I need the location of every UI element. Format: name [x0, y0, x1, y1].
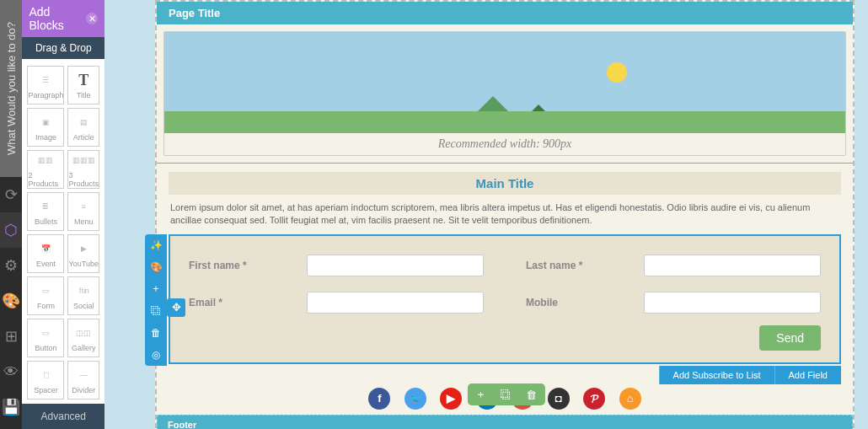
- image-icon: ▣: [42, 113, 50, 131]
- blocks-grid: ☰Paragraph TTitle ▣Image ▤Article ▥▥2 Pr…: [22, 59, 104, 404]
- menu-icon: ≡: [82, 197, 86, 216]
- page-title-bar[interactable]: Page Title: [157, 2, 853, 24]
- block-article[interactable]: ▤Article: [67, 108, 99, 147]
- send-button[interactable]: Send: [759, 325, 821, 351]
- email-label: Email *: [189, 297, 265, 308]
- page-footer[interactable]: Footer: [157, 415, 853, 429]
- facebook-icon[interactable]: f: [368, 388, 390, 410]
- tool-add-icon[interactable]: ＋: [145, 278, 167, 300]
- editor-canvas: Page Title Recommended width: 900px Main…: [104, 0, 868, 429]
- block-youtube[interactable]: ▶YouTube: [67, 234, 99, 273]
- block-bullets[interactable]: ≣Bullets: [27, 192, 64, 231]
- two-products-icon: ▥▥: [38, 151, 53, 169]
- form-block-wrapper: ✨ 🎨 ＋ ⿻ 🗑 ◎ ✥ First name * Last name * E…: [169, 234, 841, 364]
- first-name-label: First name *: [189, 260, 265, 271]
- floating-action-bar: ＋ ⿻ 🗑: [468, 383, 545, 405]
- tool-palette-icon[interactable]: 🎨: [145, 256, 167, 278]
- mobile-input[interactable]: [644, 292, 821, 314]
- send-row: Send: [189, 325, 821, 351]
- form-icon: ▭: [42, 282, 50, 300]
- block-3products[interactable]: ▥▥▥3 Products: [67, 150, 99, 189]
- block-menu[interactable]: ≡Menu: [67, 192, 99, 231]
- tool-magic-icon[interactable]: ✨: [145, 234, 167, 256]
- nav-settings-icon[interactable]: ⚙: [0, 248, 22, 283]
- calendar-icon: 📅: [41, 239, 51, 258]
- block-form[interactable]: ▭Form: [27, 276, 64, 315]
- title-icon: T: [78, 71, 88, 89]
- nav-grid-icon[interactable]: ⊞: [0, 319, 22, 354]
- help-prompt-label: What Would you like to do?: [5, 22, 18, 155]
- hero-caption: Recommended width: 900px: [164, 133, 845, 155]
- add-blocks-sidebar: Add Blocks ✕ Drag & Drop ☰Paragraph TTit…: [22, 0, 104, 429]
- block-gallery[interactable]: ◫◫Gallery: [67, 319, 99, 357]
- nav-preview-icon[interactable]: 👁: [0, 354, 22, 389]
- article-icon: ▤: [80, 113, 88, 131]
- block-spacer[interactable]: ⎕Spacer: [27, 361, 64, 400]
- tool-trash-icon[interactable]: 🗑: [145, 322, 167, 344]
- form-block[interactable]: First name * Last name * Email * Mobile …: [169, 234, 841, 364]
- form-block-actions: Add Subscribe to List Add Field: [659, 366, 841, 384]
- block-paragraph[interactable]: ☰Paragraph: [27, 66, 64, 105]
- body-paragraph[interactable]: Lorem ipsum dolor sit amet, at has aperi…: [169, 195, 841, 234]
- sun-icon: [607, 62, 627, 83]
- add-subscribe-button[interactable]: Add Subscribe to List: [659, 366, 774, 384]
- block-title[interactable]: TTitle: [67, 66, 99, 105]
- pinterest-icon[interactable]: 𝓟: [583, 388, 605, 410]
- main-content: Main Title Lorem ipsum dolor sit amet, a…: [157, 164, 853, 415]
- bullets-icon: ≣: [42, 197, 49, 216]
- youtube-icon: ▶: [81, 239, 87, 258]
- spacer-icon: ⎕: [44, 366, 48, 384]
- main-title[interactable]: Main Title: [169, 172, 841, 195]
- block-button[interactable]: ▭Button: [27, 319, 64, 357]
- first-name-input[interactable]: [307, 255, 484, 276]
- gallery-icon: ◫◫: [76, 324, 91, 342]
- nav-blocks-icon[interactable]: ⬡: [0, 212, 22, 248]
- sidebar-header: Add Blocks ✕: [22, 0, 104, 37]
- home-icon[interactable]: ⌂: [619, 388, 641, 410]
- youtube-icon[interactable]: ▶: [440, 388, 462, 410]
- add-field-button[interactable]: Add Field: [774, 366, 841, 384]
- nav-sync-icon[interactable]: ⟳: [0, 177, 22, 212]
- block-event[interactable]: 📅Event: [27, 234, 64, 273]
- page-outline: Page Title Recommended width: 900px Main…: [155, 0, 855, 429]
- block-social[interactable]: f t inSocial: [67, 276, 99, 315]
- button-icon: ▭: [42, 324, 50, 342]
- fab-duplicate-icon[interactable]: ⿻: [497, 386, 516, 403]
- hero-image-block[interactable]: Recommended width: 900px: [163, 31, 846, 156]
- instagram-icon[interactable]: ◘: [548, 388, 570, 410]
- block-2products[interactable]: ▥▥2 Products: [27, 150, 64, 189]
- nav-save-icon[interactable]: 💾: [0, 389, 22, 425]
- twitter-icon[interactable]: 🐦: [405, 388, 426, 410]
- mobile-label: Mobile: [526, 297, 602, 308]
- nav-theme-icon[interactable]: 🎨: [0, 283, 22, 319]
- fab-add-icon[interactable]: ＋: [472, 386, 490, 403]
- close-icon[interactable]: ✕: [86, 13, 98, 24]
- paragraph-icon: ☰: [42, 71, 49, 89]
- email-input[interactable]: [307, 292, 484, 314]
- last-name-label: Last name *: [526, 260, 602, 271]
- block-toolstrip: ✨ 🎨 ＋ ⿻ 🗑 ◎: [145, 234, 167, 366]
- sidebar-section-drag[interactable]: Drag & Drop: [22, 37, 104, 59]
- block-divider[interactable]: —Divider: [67, 361, 99, 400]
- social-icon: f t in: [79, 282, 88, 300]
- three-products-icon: ▥▥▥: [72, 151, 95, 169]
- form-grid: First name * Last name * Email * Mobile: [189, 255, 821, 314]
- grass-shape: [164, 111, 845, 133]
- move-handle-icon[interactable]: ✥: [167, 298, 185, 317]
- tool-duplicate-icon[interactable]: ⿻: [145, 300, 167, 322]
- last-name-input[interactable]: [644, 255, 821, 276]
- app-vertical-nav: What Would you like to do? ⟳ ⬡ ⚙ 🎨 ⊞ 👁 💾: [0, 0, 22, 429]
- block-image[interactable]: ▣Image: [27, 108, 64, 147]
- sidebar-title: Add Blocks: [29, 5, 86, 32]
- tool-target-icon[interactable]: ◎: [145, 344, 167, 366]
- divider-icon: —: [80, 366, 88, 384]
- sidebar-section-advanced[interactable]: Advanced: [22, 404, 104, 429]
- help-prompt: What Would you like to do?: [0, 0, 22, 177]
- fab-trash-icon[interactable]: 🗑: [522, 386, 541, 403]
